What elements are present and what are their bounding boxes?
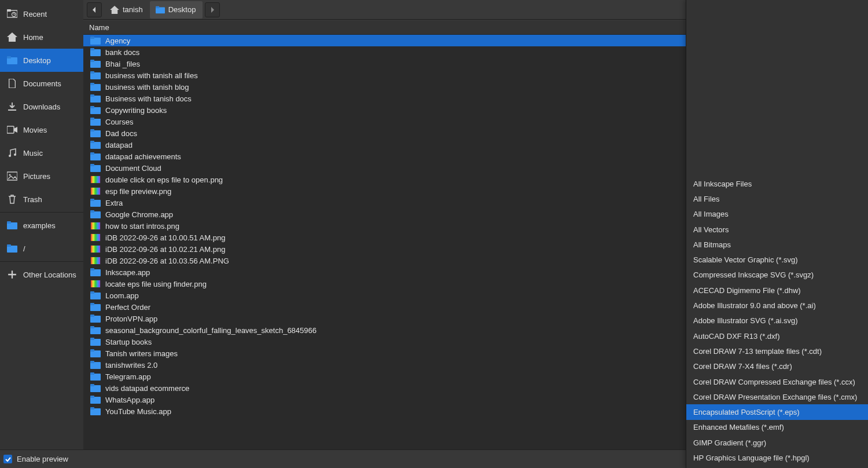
filter-option[interactable]: All Images: [686, 207, 868, 222]
column-header-name-label: Name: [89, 23, 109, 32]
filter-option[interactable]: HP Graphics Language file (*.hpgl): [686, 450, 868, 465]
filter-option[interactable]: All Vectors: [686, 222, 868, 237]
filter-option[interactable]: ACECAD Digimemo File (*.dhw): [686, 283, 868, 298]
filter-option-label: Encapsulated PostScript (*.eps): [693, 408, 800, 416]
sidebar-item-recent[interactable]: Recent: [0, 2, 83, 25]
folder-icon: [90, 141, 101, 149]
folder-icon: [90, 152, 101, 160]
breadcrumb-label: Desktop: [168, 5, 196, 14]
sidebar-item-desktop[interactable]: Desktop: [0, 49, 83, 72]
file-name: iDB 2022-09-26 at 10.02.21 AM.png: [105, 245, 225, 254]
file-name: iDB 2022-09-26 at 10.00.51 AM.png: [105, 233, 225, 242]
folder-icon: [90, 303, 101, 311]
file-name: Extra: [105, 199, 123, 207]
folder-icon: [90, 315, 101, 323]
sidebar-item-label: Desktop: [23, 56, 51, 65]
file-name: iDB 2022-09-26 at 10.03.56 AM.PNG: [105, 257, 229, 265]
file-name: datapad: [105, 141, 133, 149]
image-file-icon: [90, 280, 101, 288]
filter-option[interactable]: All Inkscape Files: [686, 176, 868, 191]
filter-option[interactable]: Scalable Vector Graphic (*.svg): [686, 252, 868, 267]
file-name: WhatsApp.app: [105, 396, 155, 404]
nav-forward-button[interactable]: [205, 2, 220, 17]
sidebar-item--[interactable]: /: [0, 237, 83, 260]
image-file-icon: [90, 176, 101, 184]
folder-icon: [90, 361, 101, 369]
filter-option-label: AutoCAD DXF R13 (*.dxf): [693, 332, 780, 341]
document-icon: [7, 78, 17, 89]
sidebar-item-trash[interactable]: Trash: [0, 188, 83, 211]
file-name: Document Cloud: [105, 164, 161, 173]
folder-icon: [90, 199, 101, 207]
filter-option-label: ACECAD Digimemo File (*.dhw): [693, 286, 801, 295]
folder-icon: [90, 48, 101, 56]
download-icon: [7, 101, 17, 112]
image-file-icon: [90, 257, 101, 265]
sidebar-item-examples[interactable]: examples: [0, 214, 83, 237]
folder-icon: [90, 106, 101, 114]
checkmark-icon: [5, 456, 11, 462]
file-name: Copywriting books: [105, 106, 167, 115]
filter-option-label: All Images: [693, 210, 729, 218]
filter-option[interactable]: All Files: [686, 191, 868, 206]
home-icon: [110, 6, 119, 14]
filter-option-label: HP Graphics Language file (*.hpgl): [693, 454, 810, 462]
home-icon: [7, 32, 17, 42]
filter-option[interactable]: Adobe Illustrator 9.0 and above (*.ai): [686, 298, 868, 313]
filter-option[interactable]: GIMP Gradient (*.ggr): [686, 435, 868, 450]
trash-icon: [7, 194, 17, 204]
filter-option[interactable]: Corel DRAW 7-X4 files (*.cdr): [686, 359, 868, 374]
file-name: Courses: [105, 118, 133, 126]
chevron-right-icon: [209, 7, 215, 13]
sidebar-item-label: Home: [23, 33, 43, 42]
filter-option-label: Corel DRAW Compressed Exchange files (*.…: [693, 378, 855, 386]
sidebar-item-pictures[interactable]: Pictures: [0, 164, 83, 188]
filter-option[interactable]: All Bitmaps: [686, 237, 868, 252]
sidebar-item-label: examples: [23, 221, 56, 230]
file-name: bank docs: [105, 48, 139, 57]
file-name: Tanish writers images: [105, 349, 178, 358]
sidebar-item-downloads[interactable]: Downloads: [0, 95, 83, 118]
breadcrumb-tanish[interactable]: tanish: [104, 1, 150, 19]
filter-option-label: All Bitmaps: [693, 240, 731, 249]
filter-option[interactable]: Corel DRAW 7-13 template files (*.cdt): [686, 343, 868, 359]
file-name: Loom.app: [105, 291, 139, 300]
sidebar-item-other-locations[interactable]: Other Locations: [0, 263, 83, 286]
filter-option[interactable]: Adobe Illustrator SVG (*.ai.svg): [686, 313, 868, 328]
sidebar-item-music[interactable]: Music: [0, 141, 83, 164]
file-type-filter-menu[interactable]: All Inkscape FilesAll FilesAll ImagesAll…: [686, 0, 868, 468]
folder-icon: [156, 6, 165, 14]
file-name: double click on eps file to open.png: [105, 176, 223, 184]
filter-option[interactable]: Encapsulated PostScript (*.eps): [686, 404, 868, 419]
enable-preview-checkbox[interactable]: [3, 455, 12, 463]
nav-back-button[interactable]: [87, 2, 102, 17]
filter-option[interactable]: Corel DRAW Compressed Exchange files (*.…: [686, 374, 868, 389]
filter-option[interactable]: AutoCAD DXF R13 (*.dxf): [686, 328, 868, 343]
folder-icon: [90, 60, 101, 68]
file-name: business with tanish all files: [105, 71, 198, 80]
column-header-name[interactable]: Name: [83, 23, 753, 32]
filter-option-label: GIMP Gradient (*.ggr): [693, 438, 766, 447]
folder-icon: [90, 118, 101, 126]
sidebar-item-movies[interactable]: Movies: [0, 118, 83, 141]
sidebar-item-home[interactable]: Home: [0, 25, 83, 49]
filter-option[interactable]: Corel DRAW Presentation Exchange files (…: [686, 389, 868, 404]
breadcrumb-desktop[interactable]: Desktop: [150, 1, 203, 19]
sidebar-item-documents[interactable]: Documents: [0, 72, 83, 95]
sidebar-item-label: Movies: [23, 126, 47, 134]
folder-icon: [90, 349, 101, 357]
filter-option-label: All Vectors: [693, 225, 729, 234]
filter-option[interactable]: Enhanced Metafiles (*.emf): [686, 420, 868, 435]
folder-icon: [90, 384, 101, 392]
enable-preview-label: Enable preview: [17, 455, 68, 463]
filter-option-label: Adobe Illustrator SVG (*.ai.svg): [693, 316, 798, 325]
filter-option-label: Scalable Vector Graphic (*.svg): [693, 255, 798, 264]
file-name: Telegram.app: [105, 372, 151, 381]
plus-icon: [7, 269, 17, 280]
folder-icon: [90, 268, 101, 276]
filter-option[interactable]: Compressed Inkscape SVG (*.svgz): [686, 268, 868, 283]
sidebar-item-label: Downloads: [23, 103, 60, 111]
filter-option-label: All Inkscape Files: [693, 180, 752, 188]
file-name: locate eps file using finder.png: [105, 280, 207, 288]
folder-icon: [90, 36, 101, 45]
